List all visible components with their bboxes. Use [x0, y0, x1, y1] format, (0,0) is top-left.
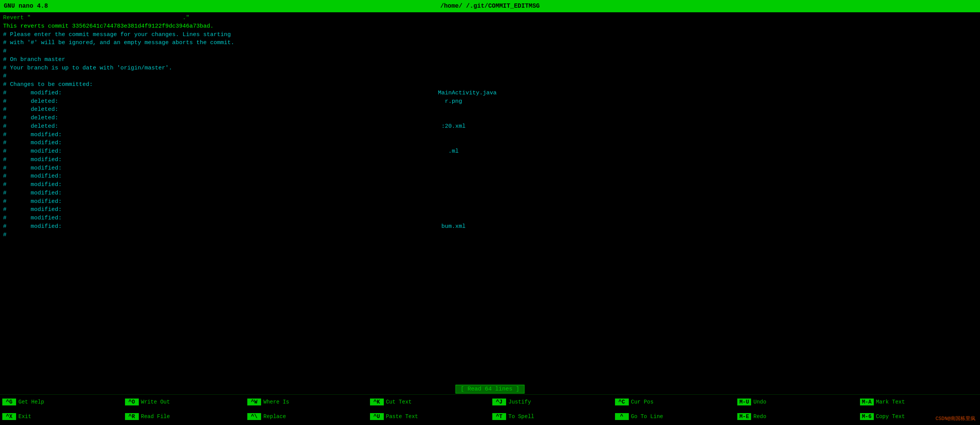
editor-line-11: # modified: MainActivity.java: [3, 89, 977, 97]
label-paste-text: Paste Text: [386, 413, 418, 420]
key-ctrl-r: ^R: [125, 413, 139, 420]
editor-line-17: # modified:: [3, 139, 977, 147]
editor-line-12: # deleted: r.png: [3, 97, 977, 106]
shortcut-col-5: ^J Justify ^T To Spell: [490, 395, 613, 424]
watermark: CSDN@南国栋里疯: [936, 415, 975, 422]
editor-line-21: # modified:: [3, 172, 977, 181]
editor-line-20: # modified:: [3, 164, 977, 173]
editor-line-27: # modified: bum.xml: [3, 222, 977, 231]
nano-version: GNU nano 4.8: [4, 3, 48, 10]
label-cut-text: Cut Text: [386, 399, 412, 405]
editor-line-9: #: [3, 72, 977, 81]
editor-line-7: # On branch master: [3, 56, 977, 64]
editor-line-13: # deleted:: [3, 105, 977, 114]
editor-line-0: Revert " .": [3, 14, 977, 22]
shortcut-col-3: ^W Where Is ^\ Replace: [245, 395, 368, 424]
label-exit: Exit: [18, 413, 31, 420]
status-bar: [ Read 64 lines ]: [0, 384, 980, 394]
key-ctrl-o: ^O: [125, 399, 139, 405]
editor-line-4: # Please enter the commit message for yo…: [3, 31, 977, 39]
shortcut-bar: ^G Get Help ^X Exit ^O Write Out ^R Read…: [0, 394, 980, 425]
editor-line-15: # deleted: :20.xml: [3, 122, 977, 131]
shortcut-go-to-line[interactable]: ^ Go To Line: [613, 409, 735, 424]
editor-line-25: # modified:: [3, 206, 977, 214]
shortcut-write-out[interactable]: ^O Write Out: [123, 395, 245, 409]
key-m-a: M-A: [860, 399, 874, 405]
shortcut-cut-text[interactable]: ^K Cut Text: [368, 395, 490, 409]
shortcut-col-2: ^O Write Out ^R Read File: [123, 395, 245, 424]
editor-line-18: # modified: .ml: [3, 147, 977, 156]
key-ctrl-backslash: ^\: [247, 413, 261, 420]
shortcut-justify[interactable]: ^J Justify: [490, 395, 613, 409]
shortcut-paste-text[interactable]: ^U Paste Text: [368, 409, 490, 424]
key-m-e: M-E: [737, 413, 751, 420]
editor-line-2: This reverts commit 33562641c744783e381d…: [3, 22, 977, 31]
editor-line-28: #: [3, 231, 977, 239]
label-undo: Undo: [753, 399, 766, 405]
shortcut-exit[interactable]: ^X Exit: [0, 409, 123, 424]
shortcut-col-4: ^K Cut Text ^U Paste Text: [368, 395, 490, 424]
shortcut-redo[interactable]: M-E Redo: [735, 409, 858, 424]
label-where-is: Where Is: [263, 399, 289, 405]
label-replace: Replace: [263, 413, 286, 420]
editor-line-16: # modified:: [3, 131, 977, 139]
shortcut-undo[interactable]: M-U Undo: [735, 395, 858, 409]
shortcut-mark-text[interactable]: M-A Mark Text: [858, 395, 980, 409]
key-m-u: M-U: [737, 399, 751, 405]
label-write-out: Write Out: [141, 399, 170, 405]
shortcut-get-help[interactable]: ^G Get Help: [0, 395, 123, 409]
file-path: /home/ /.git/COMMIT_EDITMSG: [440, 3, 539, 10]
label-go-to-line: Go To Line: [631, 413, 663, 420]
editor-line-6: #: [3, 47, 977, 56]
editor-line-5: # with '#' will be ignored, and an empty…: [3, 39, 977, 47]
editor-area[interactable]: Revert " ."This reverts commit 33562641c…: [0, 12, 980, 384]
editor-line-23: # modified:: [3, 189, 977, 198]
key-ctrl-t: ^T: [492, 413, 506, 420]
label-justify: Justify: [508, 399, 531, 405]
terminal: GNU nano 4.8 /home/ /.git/COMMIT_EDITMSG…: [0, 0, 980, 425]
shortcut-where-is[interactable]: ^W Where Is: [245, 395, 368, 409]
key-ctrl-g: ^G: [2, 399, 16, 405]
label-cur-pos: Cur Pos: [631, 399, 654, 405]
editor-line-19: # modified:: [3, 156, 977, 164]
shortcut-read-file[interactable]: ^R Read File: [123, 409, 245, 424]
key-ctrl-u: ^U: [370, 413, 384, 420]
editor-line-14: # deleted:: [3, 114, 977, 122]
shortcut-col-7: M-U Undo M-E Redo: [735, 395, 858, 424]
editor-line-10: # Changes to be committed:: [3, 81, 977, 89]
key-m-6: M-6: [860, 413, 874, 420]
label-copy-text: Copy Text: [876, 413, 905, 420]
label-to-spell: To Spell: [508, 413, 534, 420]
editor-line-8: # Your branch is up to date with 'origin…: [3, 64, 977, 72]
title-bar: GNU nano 4.8 /home/ /.git/COMMIT_EDITMSG: [0, 0, 980, 12]
label-mark-text: Mark Text: [876, 399, 905, 405]
shortcut-replace[interactable]: ^\ Replace: [245, 409, 368, 424]
editor-line-26: # modified:: [3, 214, 977, 222]
label-redo: Redo: [753, 413, 766, 420]
key-ctrl-caret: ^: [615, 413, 629, 420]
label-get-help: Get Help: [18, 399, 44, 405]
editor-line-24: # modified:: [3, 198, 977, 206]
shortcut-col-6: ^C Cur Pos ^ Go To Line: [613, 395, 735, 424]
editor-line-22: # modified:: [3, 181, 977, 189]
key-ctrl-w: ^W: [247, 399, 261, 405]
key-ctrl-c: ^C: [615, 399, 629, 405]
status-message: [ Read 64 lines ]: [455, 385, 524, 394]
shortcut-to-spell[interactable]: ^T To Spell: [490, 409, 613, 424]
label-read-file: Read File: [141, 413, 170, 420]
shortcut-cur-pos[interactable]: ^C Cur Pos: [613, 395, 735, 409]
shortcut-col-1: ^G Get Help ^X Exit: [0, 395, 123, 424]
key-ctrl-k: ^K: [370, 399, 384, 405]
key-ctrl-x: ^X: [2, 413, 16, 420]
key-ctrl-j: ^J: [492, 399, 506, 405]
